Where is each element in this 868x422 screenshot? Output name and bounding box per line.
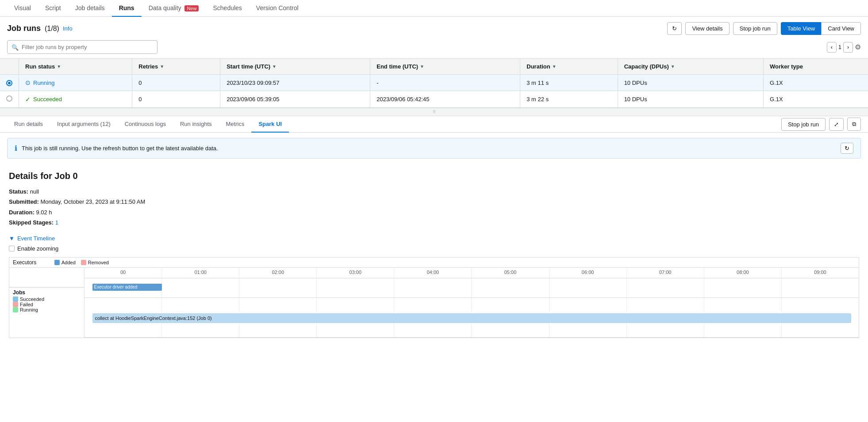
- settings-icon[interactable]: ⚙: [855, 43, 861, 51]
- row-capacity-1: 10 DPUs: [618, 75, 763, 91]
- row-select-1[interactable]: [0, 75, 19, 91]
- expand-icon-button[interactable]: ⤢: [829, 118, 844, 131]
- removed-legend-box: [81, 260, 86, 265]
- executor-added-bar[interactable]: Executor driver added: [92, 284, 162, 291]
- axis-label-9: 09:00: [781, 268, 859, 278]
- stop-job-run-button-bottom[interactable]: Stop job run: [781, 118, 826, 131]
- resize-handle[interactable]: ⠿: [0, 108, 868, 116]
- jobs-legend-area: Jobs Succeeded Failed Running: [9, 287, 84, 314]
- view-details-button[interactable]: View details: [685, 22, 729, 35]
- top-tabs-bar: Visual Script Job details Runs Data qual…: [0, 0, 868, 17]
- skipped-stages-link[interactable]: 1: [55, 219, 58, 226]
- table-row[interactable]: ⊙ Running 0 2023/10/23 09:09:57 - 3 m 11…: [0, 75, 868, 91]
- removed-legend: Removed: [81, 260, 109, 265]
- row-select-2[interactable]: [0, 91, 19, 108]
- job-bar[interactable]: collect at HoodieSparkEngineContext.java…: [92, 313, 851, 323]
- executors-legend-row: Executors Added Removed: [9, 258, 859, 268]
- table-view-button[interactable]: Table View: [781, 22, 822, 35]
- stop-job-run-button-top[interactable]: Stop job run: [733, 22, 777, 35]
- radio-selected-icon: [6, 80, 12, 86]
- executors-grid-row: Executor driver added: [84, 278, 859, 298]
- zoom-checkbox[interactable]: [9, 246, 15, 251]
- tab-visual[interactable]: Visual: [7, 0, 38, 17]
- th-capacity[interactable]: Capacity (DPUs) ▼: [618, 59, 763, 75]
- job-title: Details for Job 0: [9, 171, 859, 181]
- jobs-failed-legend: Failed: [13, 302, 77, 307]
- search-input[interactable]: [7, 40, 157, 54]
- axis-label-8: 08:00: [704, 268, 781, 278]
- sort-run-status-icon: ▼: [57, 64, 61, 69]
- tab-run-details[interactable]: Run details: [7, 116, 50, 133]
- row-status-2: ✓ Succeeded: [19, 91, 132, 108]
- axis-label-5: 05:00: [471, 268, 549, 278]
- submitted-line: Submitted: Monday, October 23, 2023 at 9…: [9, 197, 859, 207]
- sort-start-time-icon: ▼: [272, 64, 277, 69]
- info-link[interactable]: Info: [63, 25, 73, 32]
- th-select: [0, 59, 19, 75]
- succeeded-icon: ✓: [25, 96, 31, 103]
- info-icon: ℹ: [15, 144, 17, 152]
- row-status-1: ⊙ Running: [19, 75, 132, 91]
- card-view-button[interactable]: Card View: [821, 22, 861, 35]
- job-runs-title: Job runs (1/8): [7, 24, 59, 33]
- status-succeeded: ✓ Succeeded: [25, 96, 126, 103]
- tab-schedules[interactable]: Schedules: [206, 0, 249, 17]
- axis-label-0: 00: [84, 268, 161, 278]
- tab-metrics[interactable]: Metrics: [219, 116, 252, 133]
- th-start-time[interactable]: Start time (UTC) ▼: [220, 59, 370, 75]
- jobs-running-legend: Running: [13, 307, 77, 312]
- status-running: ⊙ Running: [25, 79, 126, 86]
- tab-version-control[interactable]: Version Control: [249, 0, 306, 17]
- tab-run-insights[interactable]: Run insights: [173, 116, 219, 133]
- info-banner-text: This job is still running. Use the refre…: [22, 145, 836, 152]
- sort-duration-icon: ▼: [552, 64, 557, 69]
- axis-label-1: 01:00: [161, 268, 239, 278]
- event-timeline-section: ▼ Event Timeline Enable zooming Executor…: [9, 235, 859, 338]
- search-icon: 🔍: [12, 44, 19, 50]
- search-bar-area: 🔍 ‹ 1 › ⚙: [0, 40, 868, 58]
- tab-job-details[interactable]: Job details: [68, 0, 112, 17]
- banner-refresh-button[interactable]: ↻: [841, 143, 853, 154]
- popout-icon-button[interactable]: ⧉: [847, 118, 861, 131]
- chevron-down-icon: ▼: [9, 235, 15, 242]
- bottom-tabs-bar: Run details Input arguments (12) Continu…: [0, 116, 868, 133]
- row-end-time-2: 2023/09/06 05:42:45: [370, 91, 520, 108]
- row-start-time-2: 2023/09/06 05:39:05: [220, 91, 370, 108]
- axis-label-3: 03:00: [316, 268, 394, 278]
- row-end-time-1: -: [370, 75, 520, 91]
- duration-line: Duration: 9.02 h: [9, 207, 859, 217]
- tab-script[interactable]: Script: [38, 0, 68, 17]
- tab-input-arguments[interactable]: Input arguments (12): [50, 116, 118, 133]
- job-meta: Status: null Submitted: Monday, October …: [9, 186, 859, 228]
- row-worker-type-1: G.1X: [764, 75, 868, 91]
- timeline-left: Jobs Succeeded Failed Running: [9, 268, 84, 338]
- job-runs-count: (1/8): [45, 25, 59, 32]
- bottom-tab-actions: Stop job run ⤢ ⧉: [781, 118, 861, 131]
- tab-continuous-logs[interactable]: Continuous logs: [118, 116, 173, 133]
- sort-end-time-icon: ▼: [420, 64, 424, 69]
- th-duration[interactable]: Duration ▼: [520, 59, 618, 75]
- tab-runs[interactable]: Runs: [112, 0, 142, 17]
- tab-data-quality[interactable]: Data quality New: [142, 0, 206, 17]
- table-row[interactable]: ✓ Succeeded 0 2023/09/06 05:39:05 2023/0…: [0, 91, 868, 108]
- job-runs-table: Run status ▼ Retries ▼ Start time (UTC) …: [0, 59, 868, 108]
- th-run-status[interactable]: Run status ▼: [19, 59, 132, 75]
- th-retries[interactable]: Retries ▼: [132, 59, 220, 75]
- refresh-button[interactable]: ↻: [667, 22, 682, 35]
- executors-row-label: [9, 268, 84, 287]
- job-runs-table-wrap: Run status ▼ Retries ▼ Start time (UTC) …: [0, 58, 868, 108]
- axis-label-2: 02:00: [239, 268, 316, 278]
- tab-spark-ui[interactable]: Spark UI: [251, 116, 289, 133]
- running-icon: ⊙: [25, 79, 31, 86]
- row-retries-2: 0: [132, 91, 220, 108]
- radio-empty-icon: [6, 95, 12, 102]
- timeline-axis: 00 01:00 02:00 03:00 04:00 05:00 06:00 0…: [84, 268, 859, 278]
- new-badge: New: [184, 5, 199, 11]
- prev-page-button[interactable]: ‹: [827, 42, 837, 53]
- axis-label-4: 04:00: [394, 268, 471, 278]
- next-page-button[interactable]: ›: [843, 42, 853, 53]
- timeline-header[interactable]: ▼ Event Timeline: [9, 235, 859, 242]
- jobs-failed-box: [13, 302, 18, 307]
- th-end-time[interactable]: End time (UTC) ▼: [370, 59, 520, 75]
- view-toggle: Table View Card View: [781, 22, 861, 35]
